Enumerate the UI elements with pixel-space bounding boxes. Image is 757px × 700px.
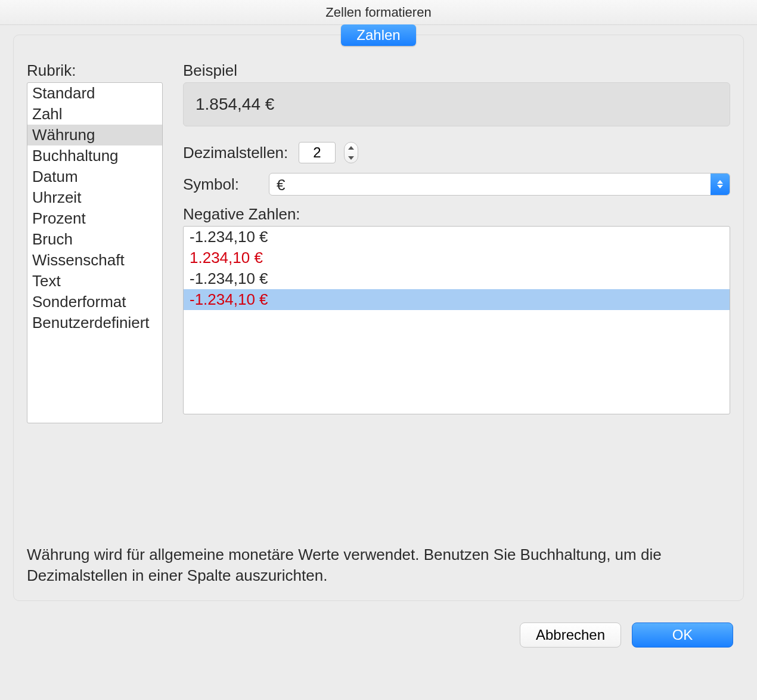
ok-button[interactable]: OK	[632, 622, 733, 648]
negative-number-item[interactable]: 1.234,10 €	[184, 247, 730, 268]
category-item[interactable]: Datum	[27, 166, 162, 187]
category-item[interactable]: Buchhaltung	[27, 145, 162, 166]
tab-numbers[interactable]: Zahlen	[341, 24, 415, 46]
cancel-button[interactable]: Abbrechen	[520, 622, 621, 648]
dialog-buttonbar: Abbrechen OK	[0, 601, 757, 648]
symbol-value: €	[269, 174, 711, 195]
decimals-input[interactable]	[299, 142, 336, 163]
chevron-down-icon	[348, 156, 354, 160]
category-item[interactable]: Standard	[27, 83, 162, 104]
decimals-label: Dezimalstellen:	[183, 144, 290, 162]
sample-value: 1.854,44 €	[183, 82, 730, 126]
symbol-select[interactable]: €	[269, 173, 730, 196]
category-item[interactable]: Zahl	[27, 104, 162, 125]
category-item[interactable]: Uhrzeit	[27, 187, 162, 208]
window-title: Zellen formatieren	[0, 0, 757, 25]
chevron-up-icon	[348, 146, 354, 150]
category-item[interactable]: Wissenschaft	[27, 250, 162, 271]
category-description: Währung wird für allgemeine monetäre Wer…	[27, 544, 730, 586]
category-item[interactable]: Währung	[27, 125, 162, 145]
negative-number-item[interactable]: -1.234,10 €	[184, 289, 730, 310]
category-item[interactable]: Benutzerdefiniert	[27, 312, 162, 333]
negative-label: Negative Zahlen:	[183, 205, 730, 224]
category-label: Rubrik:	[27, 61, 163, 80]
category-list[interactable]: StandardZahlWährungBuchhaltungDatumUhrze…	[27, 82, 163, 423]
negative-number-item[interactable]: -1.234,10 €	[184, 227, 730, 247]
category-item[interactable]: Sonderformat	[27, 292, 162, 312]
category-item[interactable]: Bruch	[27, 229, 162, 250]
category-item[interactable]: Text	[27, 271, 162, 292]
dialog-panel: Zahlen Rubrik: StandardZahlWährungBuchha…	[13, 35, 744, 601]
sample-label: Beispiel	[183, 61, 730, 80]
symbol-label: Symbol:	[183, 175, 260, 194]
decimals-stepper[interactable]	[344, 142, 358, 163]
category-item[interactable]: Prozent	[27, 208, 162, 229]
select-toggle-icon	[711, 174, 730, 195]
negative-number-item[interactable]: -1.234,10 €	[184, 268, 730, 289]
negative-numbers-list[interactable]: -1.234,10 €1.234,10 €-1.234,10 €-1.234,1…	[183, 226, 730, 414]
